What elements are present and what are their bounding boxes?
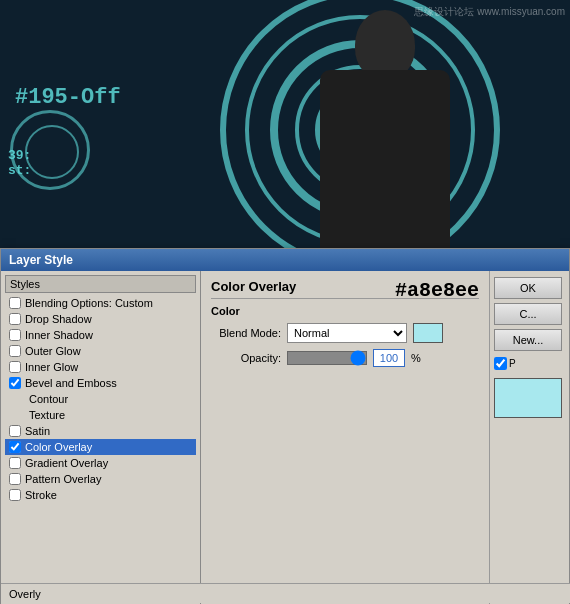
style-item-label-10: Gradient Overlay bbox=[25, 457, 108, 469]
style-item-label-9: Color Overlay bbox=[25, 441, 92, 453]
person-body bbox=[320, 70, 450, 248]
style-checkbox-11[interactable] bbox=[9, 473, 21, 485]
style-item-4[interactable]: Inner Glow bbox=[5, 359, 196, 375]
content-panel: Color Overlay #a8e8ee Color Blend Mode: … bbox=[201, 271, 489, 604]
style-item-2[interactable]: Inner Shadow bbox=[5, 327, 196, 343]
style-item-0[interactable]: Blending Options: Custom bbox=[5, 295, 196, 311]
preview-text: P bbox=[509, 358, 516, 369]
style-item-11[interactable]: Pattern Overlay bbox=[5, 471, 196, 487]
cancel-button[interactable]: C... bbox=[494, 303, 562, 325]
ok-button[interactable]: OK bbox=[494, 277, 562, 299]
preview-swatch bbox=[494, 378, 562, 418]
buttons-panel: OK C... New... P bbox=[489, 271, 569, 604]
blend-mode-label: Blend Mode: bbox=[211, 327, 281, 339]
style-checkbox-9[interactable] bbox=[9, 441, 21, 453]
style-item-label-12: Stroke bbox=[25, 489, 57, 501]
dialog-title: Layer Style bbox=[9, 253, 73, 267]
style-item-label-7: Texture bbox=[29, 409, 65, 421]
style-item-12[interactable]: Stroke bbox=[5, 487, 196, 503]
style-checkbox-0[interactable] bbox=[9, 297, 21, 309]
preview-checkbox[interactable] bbox=[494, 357, 507, 370]
style-checkbox-2[interactable] bbox=[9, 329, 21, 341]
style-checkbox-5[interactable] bbox=[9, 377, 21, 389]
style-items-list: Blending Options: CustomDrop ShadowInner… bbox=[5, 295, 196, 503]
style-item-label-1: Drop Shadow bbox=[25, 313, 92, 325]
style-checkbox-8[interactable] bbox=[9, 425, 21, 437]
style-checkbox-3[interactable] bbox=[9, 345, 21, 357]
bottom-label: Overly bbox=[9, 588, 41, 600]
style-item-label-6: Contour bbox=[29, 393, 68, 405]
bottom-text-bar: Overly bbox=[1, 583, 570, 603]
percent-label: % bbox=[411, 352, 421, 364]
style-checkbox-4[interactable] bbox=[9, 361, 21, 373]
styles-panel: Styles Blending Options: CustomDrop Shad… bbox=[1, 271, 201, 604]
style-item-label-5: Bevel and Emboss bbox=[25, 377, 117, 389]
blend-mode-select[interactable]: NormalDissolveDarkenMultiplyColor BurnLi… bbox=[287, 323, 407, 343]
left-decoration-text: 39: st: bbox=[8, 148, 31, 178]
color-subsection-title: Color bbox=[211, 305, 479, 317]
layer-style-dialog: Layer Style Styles Blending Options: Cus… bbox=[0, 248, 570, 604]
style-item-label-3: Outer Glow bbox=[25, 345, 81, 357]
opacity-input[interactable]: 100 bbox=[373, 349, 405, 367]
opacity-label: Opacity: bbox=[211, 352, 281, 364]
color-swatch[interactable] bbox=[413, 323, 443, 343]
styles-list-header: Styles bbox=[5, 275, 196, 293]
color-hash-display: #a8e8ee bbox=[395, 279, 479, 302]
watermark-text: 思缘设计论坛 www.missyuan.com bbox=[414, 5, 565, 19]
style-item-8[interactable]: Satin bbox=[5, 423, 196, 439]
style-item-label-4: Inner Glow bbox=[25, 361, 78, 373]
style-item-3[interactable]: Outer Glow bbox=[5, 343, 196, 359]
style-item-label-11: Pattern Overlay bbox=[25, 473, 101, 485]
style-checkbox-12[interactable] bbox=[9, 489, 21, 501]
style-checkbox-10[interactable] bbox=[9, 457, 21, 469]
style-item-6[interactable]: Contour bbox=[5, 391, 196, 407]
style-item-9[interactable]: Color Overlay bbox=[5, 439, 196, 455]
style-item-7[interactable]: Texture bbox=[5, 407, 196, 423]
opacity-slider[interactable] bbox=[287, 351, 367, 365]
canvas-area: #195-Off 39: st: 思缘设计论坛 www.missyuan.com bbox=[0, 0, 570, 248]
dialog-titlebar: Layer Style bbox=[1, 249, 569, 271]
dialog-body: Styles Blending Options: CustomDrop Shad… bbox=[1, 271, 569, 604]
hex-text: #195-Off bbox=[15, 85, 121, 110]
new-button[interactable]: New... bbox=[494, 329, 562, 351]
style-item-1[interactable]: Drop Shadow bbox=[5, 311, 196, 327]
style-item-label-2: Inner Shadow bbox=[25, 329, 93, 341]
opacity-row: Opacity: 100 % bbox=[211, 349, 479, 367]
style-item-5[interactable]: Bevel and Emboss bbox=[5, 375, 196, 391]
style-item-10[interactable]: Gradient Overlay bbox=[5, 455, 196, 471]
style-item-label-8: Satin bbox=[25, 425, 50, 437]
preview-label: P bbox=[494, 357, 565, 370]
style-item-label-0: Blending Options: Custom bbox=[25, 297, 153, 309]
blend-mode-row: Blend Mode: NormalDissolveDarkenMultiply… bbox=[211, 323, 479, 343]
style-checkbox-1[interactable] bbox=[9, 313, 21, 325]
